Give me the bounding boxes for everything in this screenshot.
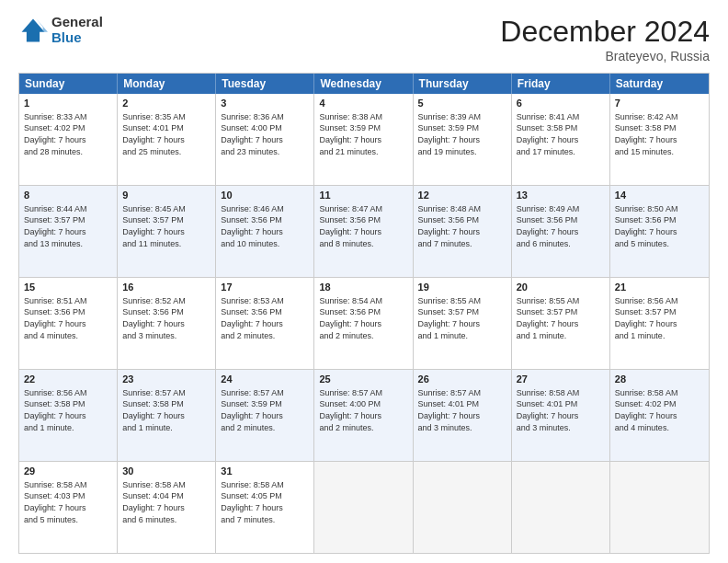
day-number: 11: [319, 189, 407, 202]
day-cell-17: 17Sunrise: 8:53 AM Sunset: 3:56 PM Dayli…: [216, 278, 314, 369]
day-cell-29: 29Sunrise: 8:58 AM Sunset: 4:03 PM Dayli…: [19, 462, 118, 553]
day-cell-9: 9Sunrise: 8:45 AM Sunset: 3:57 PM Daylig…: [118, 186, 216, 277]
day-cell-6: 6Sunrise: 8:41 AM Sunset: 3:58 PM Daylig…: [512, 94, 610, 185]
day-info: Sunrise: 8:39 AM Sunset: 3:59 PM Dayligh…: [418, 111, 506, 157]
day-number: 19: [418, 281, 506, 294]
day-number: 25: [319, 373, 407, 386]
day-info: Sunrise: 8:49 AM Sunset: 3:56 PM Dayligh…: [517, 203, 605, 249]
day-number: 20: [517, 281, 605, 294]
day-cell-31: 31Sunrise: 8:58 AM Sunset: 4:05 PM Dayli…: [216, 462, 314, 553]
day-number: 18: [319, 281, 407, 294]
day-cell-15: 15Sunrise: 8:51 AM Sunset: 3:56 PM Dayli…: [19, 278, 118, 369]
day-info: Sunrise: 8:58 AM Sunset: 4:05 PM Dayligh…: [221, 479, 309, 525]
calendar-row-2: 15Sunrise: 8:51 AM Sunset: 3:56 PM Dayli…: [19, 277, 709, 369]
day-cell-18: 18Sunrise: 8:54 AM Sunset: 3:56 PM Dayli…: [314, 278, 413, 369]
page: General Blue December 2024 Brateyevo, Ru…: [0, 0, 728, 563]
day-number: 9: [122, 189, 210, 202]
day-info: Sunrise: 8:48 AM Sunset: 3:56 PM Dayligh…: [418, 203, 506, 249]
day-info: Sunrise: 8:58 AM Sunset: 4:04 PM Dayligh…: [122, 479, 210, 525]
calendar-row-4: 29Sunrise: 8:58 AM Sunset: 4:03 PM Dayli…: [19, 461, 709, 553]
weekday-header-thursday: Thursday: [414, 74, 512, 94]
day-info: Sunrise: 8:45 AM Sunset: 3:57 PM Dayligh…: [122, 203, 210, 249]
day-number: 24: [221, 373, 309, 386]
day-info: Sunrise: 8:41 AM Sunset: 3:58 PM Dayligh…: [517, 111, 605, 157]
day-cell-24: 24Sunrise: 8:57 AM Sunset: 3:59 PM Dayli…: [216, 370, 314, 461]
day-info: Sunrise: 8:44 AM Sunset: 3:57 PM Dayligh…: [24, 203, 112, 249]
weekday-header-friday: Friday: [512, 74, 610, 94]
empty-cell: [314, 462, 413, 553]
day-info: Sunrise: 8:56 AM Sunset: 3:58 PM Dayligh…: [24, 387, 112, 433]
day-number: 2: [122, 97, 210, 110]
month-title: December 2024: [500, 15, 710, 49]
day-number: 16: [122, 281, 210, 294]
day-number: 29: [24, 465, 112, 478]
day-info: Sunrise: 8:57 AM Sunset: 3:58 PM Dayligh…: [122, 387, 210, 433]
day-number: 31: [221, 465, 309, 478]
day-cell-19: 19Sunrise: 8:55 AM Sunset: 3:57 PM Dayli…: [414, 278, 512, 369]
day-cell-27: 27Sunrise: 8:58 AM Sunset: 4:01 PM Dayli…: [512, 370, 610, 461]
day-info: Sunrise: 8:42 AM Sunset: 3:58 PM Dayligh…: [615, 111, 704, 157]
calendar: SundayMondayTuesdayWednesdayThursdayFrid…: [18, 73, 710, 554]
day-info: Sunrise: 8:38 AM Sunset: 3:59 PM Dayligh…: [319, 111, 407, 157]
day-cell-28: 28Sunrise: 8:58 AM Sunset: 4:02 PM Dayli…: [610, 370, 709, 461]
day-cell-22: 22Sunrise: 8:56 AM Sunset: 3:58 PM Dayli…: [19, 370, 118, 461]
day-number: 22: [24, 373, 112, 386]
empty-cell: [610, 462, 709, 553]
day-info: Sunrise: 8:55 AM Sunset: 3:57 PM Dayligh…: [517, 295, 605, 341]
day-info: Sunrise: 8:58 AM Sunset: 4:03 PM Dayligh…: [24, 479, 112, 525]
weekday-header-tuesday: Tuesday: [216, 74, 314, 94]
day-cell-14: 14Sunrise: 8:50 AM Sunset: 3:56 PM Dayli…: [610, 186, 709, 277]
day-info: Sunrise: 8:57 AM Sunset: 4:00 PM Dayligh…: [319, 387, 407, 433]
calendar-row-1: 8Sunrise: 8:44 AM Sunset: 3:57 PM Daylig…: [19, 185, 709, 277]
weekday-header-sunday: Sunday: [19, 74, 118, 94]
day-info: Sunrise: 8:47 AM Sunset: 3:56 PM Dayligh…: [319, 203, 407, 249]
day-info: Sunrise: 8:53 AM Sunset: 3:56 PM Dayligh…: [221, 295, 309, 341]
day-number: 8: [24, 189, 112, 202]
day-info: Sunrise: 8:33 AM Sunset: 4:02 PM Dayligh…: [24, 111, 112, 157]
day-info: Sunrise: 8:54 AM Sunset: 3:56 PM Dayligh…: [319, 295, 407, 341]
day-number: 13: [517, 189, 605, 202]
calendar-body: 1Sunrise: 8:33 AM Sunset: 4:02 PM Daylig…: [19, 94, 709, 553]
day-info: Sunrise: 8:35 AM Sunset: 4:01 PM Dayligh…: [122, 111, 210, 157]
day-number: 21: [615, 281, 704, 294]
day-number: 4: [319, 97, 407, 110]
day-info: Sunrise: 8:51 AM Sunset: 3:56 PM Dayligh…: [24, 295, 112, 341]
day-number: 30: [122, 465, 210, 478]
day-cell-1: 1Sunrise: 8:33 AM Sunset: 4:02 PM Daylig…: [19, 94, 118, 185]
day-cell-8: 8Sunrise: 8:44 AM Sunset: 3:57 PM Daylig…: [19, 186, 118, 277]
day-info: Sunrise: 8:57 AM Sunset: 3:59 PM Dayligh…: [221, 387, 309, 433]
day-number: 28: [615, 373, 704, 386]
day-number: 23: [122, 373, 210, 386]
day-number: 27: [517, 373, 605, 386]
day-number: 14: [615, 189, 704, 202]
day-info: Sunrise: 8:58 AM Sunset: 4:01 PM Dayligh…: [517, 387, 605, 433]
day-cell-5: 5Sunrise: 8:39 AM Sunset: 3:59 PM Daylig…: [414, 94, 512, 185]
day-number: 7: [615, 97, 704, 110]
empty-cell: [512, 462, 610, 553]
weekday-header-monday: Monday: [118, 74, 216, 94]
day-number: 5: [418, 97, 506, 110]
day-info: Sunrise: 8:57 AM Sunset: 4:01 PM Dayligh…: [418, 387, 506, 433]
day-cell-10: 10Sunrise: 8:46 AM Sunset: 3:56 PM Dayli…: [216, 186, 314, 277]
calendar-row-3: 22Sunrise: 8:56 AM Sunset: 3:58 PM Dayli…: [19, 369, 709, 461]
logo: General Blue: [18, 15, 103, 45]
location-subtitle: Brateyevo, Russia: [500, 49, 710, 63]
day-cell-23: 23Sunrise: 8:57 AM Sunset: 3:58 PM Dayli…: [118, 370, 216, 461]
day-info: Sunrise: 8:58 AM Sunset: 4:02 PM Dayligh…: [615, 387, 704, 433]
day-number: 6: [517, 97, 605, 110]
empty-cell: [414, 462, 512, 553]
day-info: Sunrise: 8:55 AM Sunset: 3:57 PM Dayligh…: [418, 295, 506, 341]
day-cell-21: 21Sunrise: 8:56 AM Sunset: 3:57 PM Dayli…: [610, 278, 709, 369]
logo-text: General Blue: [51, 15, 103, 45]
day-info: Sunrise: 8:46 AM Sunset: 3:56 PM Dayligh…: [221, 203, 309, 249]
calendar-header: SundayMondayTuesdayWednesdayThursdayFrid…: [19, 74, 709, 94]
weekday-header-saturday: Saturday: [610, 74, 709, 94]
day-cell-13: 13Sunrise: 8:49 AM Sunset: 3:56 PM Dayli…: [512, 186, 610, 277]
day-cell-30: 30Sunrise: 8:58 AM Sunset: 4:04 PM Dayli…: [118, 462, 216, 553]
day-number: 10: [221, 189, 309, 202]
day-cell-12: 12Sunrise: 8:48 AM Sunset: 3:56 PM Dayli…: [414, 186, 512, 277]
day-cell-11: 11Sunrise: 8:47 AM Sunset: 3:56 PM Dayli…: [314, 186, 413, 277]
title-block: December 2024 Brateyevo, Russia: [500, 15, 710, 63]
day-cell-3: 3Sunrise: 8:36 AM Sunset: 4:00 PM Daylig…: [216, 94, 314, 185]
day-number: 17: [221, 281, 309, 294]
